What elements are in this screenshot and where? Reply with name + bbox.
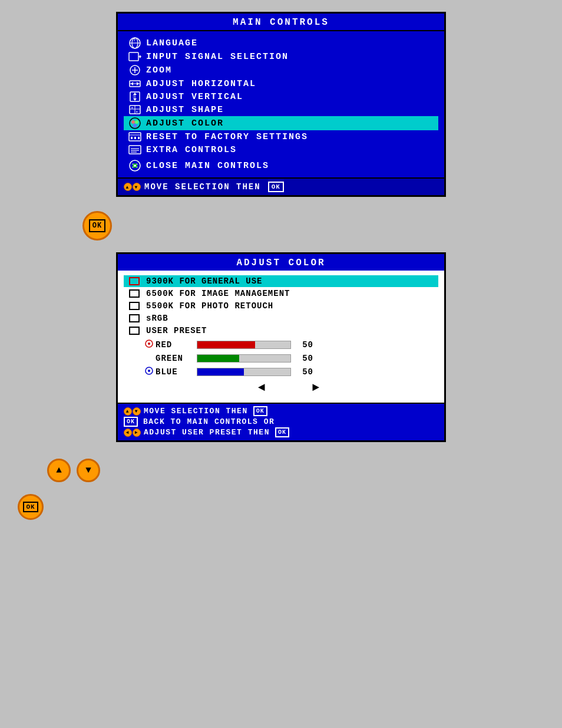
red-slider-row: RED 50 <box>145 340 432 350</box>
zoom-icon <box>126 64 144 76</box>
footer-ok-icon-3: OK <box>275 427 289 437</box>
footer-line-2: OK BACK TO MAIN CONTROLS OR <box>124 417 438 427</box>
svg-point-27 <box>133 124 137 127</box>
adjust-color-panel: ADJUST COLOR 9300K FOR GENERAL USE 6500K… <box>116 252 446 442</box>
right-circle-icon: ► <box>133 429 141 437</box>
color-icon-6500k <box>126 289 143 298</box>
svg-marker-13 <box>137 82 139 85</box>
blue-slider[interactable] <box>197 368 291 376</box>
adjust-color-title: ADJUST COLOR <box>118 254 444 271</box>
footer-nav-icons-2: ▲ ▼ <box>124 407 141 416</box>
color-menu-item-9300k[interactable]: 9300K FOR GENERAL USE <box>124 275 438 287</box>
input-signal-icon <box>126 51 144 62</box>
up-button-icon: ▲ <box>56 465 62 476</box>
svg-text:?: ? <box>133 38 137 42</box>
footer-nav-icons: ▲ ▼ <box>124 183 141 191</box>
footer-nav-icons-3: ◄ ► <box>124 429 141 437</box>
svg-text:●: ● <box>136 110 139 114</box>
green-slider[interactable] <box>197 354 291 363</box>
menu-item-language[interactable]: ? LANGUAGE <box>124 36 438 50</box>
color-icon-srgb <box>126 314 143 322</box>
sliders-section: RED 50 GREEN 50 <box>124 337 438 398</box>
adjust-color-icon <box>126 117 144 129</box>
main-controls-footer: ▲ ▼ MOVE SELECTION THEN OK <box>118 177 444 195</box>
menu-item-adjust-shape-label: ADJUST SHAPE <box>146 105 224 115</box>
up-button[interactable]: ▲ <box>47 459 71 482</box>
green-label: GREEN <box>145 354 192 363</box>
menu-item-adjust-horizontal[interactable]: ADJUST HORIZONTAL <box>124 77 438 90</box>
nav-buttons-row: ▲ ▼ <box>47 459 100 482</box>
color-menu-9300k-label: 9300K FOR GENERAL USE <box>146 276 262 286</box>
down-button-icon: ▼ <box>85 465 91 476</box>
svg-rect-4 <box>129 52 138 61</box>
menu-item-adjust-color[interactable]: ADJUST COLOR <box>124 116 438 130</box>
svg-point-42 <box>148 342 150 345</box>
green-slider-row: GREEN 50 <box>145 354 432 363</box>
color-icon-5500k <box>126 302 143 310</box>
menu-item-adjust-h-label: ADJUST HORIZONTAL <box>146 79 256 89</box>
red-slider[interactable] <box>197 341 291 349</box>
red-value: 50 <box>296 340 313 350</box>
down-triangle-icon-2: ▼ <box>133 407 141 416</box>
menu-item-close-label: CLOSE MAIN CONTROLS <box>146 161 269 171</box>
footer-text: MOVE SELECTION THEN <box>144 182 261 192</box>
menu-item-adjust-shape[interactable]: ● ● ADJUST SHAPE <box>124 103 438 116</box>
svg-point-25 <box>131 120 135 124</box>
svg-rect-31 <box>134 137 136 139</box>
menu-item-adjust-color-label: ADJUST COLOR <box>146 118 224 129</box>
adjust-horizontal-icon <box>126 78 144 89</box>
blue-slider-row: BLUE 50 <box>145 367 432 377</box>
slider-nav-arrows: ◄ ► <box>145 381 432 394</box>
menu-item-extra-controls-label: EXTRA CONTROLS <box>146 145 237 155</box>
menu-item-adjust-v-label: ADJUST VERTICAL <box>146 92 243 102</box>
red-circle-icon <box>145 340 153 350</box>
left-circle-icon: ◄ <box>124 429 132 437</box>
footer-line-3-text: ADJUST USER PRESET THEN <box>144 428 270 437</box>
extra-controls-icon <box>126 144 144 155</box>
svg-point-44 <box>148 370 150 372</box>
svg-rect-32 <box>138 137 140 139</box>
menu-item-input-label: INPUT SIGNAL SELECTION <box>146 52 289 62</box>
menu-item-reset-factory[interactable]: RESET TO FACTORY SETTINGS <box>124 130 438 143</box>
svg-text:↕: ↕ <box>132 94 136 99</box>
adjust-shape-icon: ● ● <box>126 104 144 115</box>
right-arrow-icon[interactable]: ► <box>312 381 319 394</box>
ok-button-1[interactable]: OK <box>82 211 112 241</box>
menu-item-adjust-vertical[interactable]: ↕ ADJUST VERTICAL <box>124 90 438 103</box>
svg-point-26 <box>135 120 138 124</box>
main-controls-panel: MAIN CONTROLS ? LANGUAGE IN <box>116 12 446 197</box>
menu-item-zoom[interactable]: ZOOM <box>124 63 438 77</box>
down-triangle-icon: ▼ <box>133 183 141 191</box>
color-menu-item-6500k[interactable]: 6500K FOR IMAGE MANAGEMENT <box>124 288 438 299</box>
blue-value: 50 <box>296 367 313 377</box>
menu-item-input-signal[interactable]: INPUT SIGNAL SELECTION <box>124 50 438 63</box>
menu-item-close[interactable]: CLOSE MAIN CONTROLS <box>124 159 438 173</box>
color-menu-user-preset-label: USER PRESET <box>146 326 207 335</box>
color-icon-user-preset <box>126 327 143 335</box>
reset-factory-icon <box>126 131 144 142</box>
blue-label-text: BLUE <box>156 367 178 377</box>
blue-circle-icon <box>145 367 153 377</box>
color-menu-5500k-label: 5500K FOR PHOTO RETOUCH <box>146 301 273 311</box>
color-menu-item-user-preset[interactable]: USER PRESET <box>124 325 438 337</box>
color-menu-item-srgb[interactable]: sRGB <box>124 312 438 324</box>
svg-text:●: ● <box>131 106 134 110</box>
footer-line-2-text: BACK TO MAIN CONTROLS OR <box>143 417 275 426</box>
language-icon: ? <box>126 37 144 49</box>
footer-line-1-text: MOVE SELECTION THEN <box>144 407 248 416</box>
back-ok-icon: OK <box>124 417 138 427</box>
color-menu-body: 9300K FOR GENERAL USE 6500K FOR IMAGE MA… <box>118 271 444 403</box>
footer-ok-icon-2: OK <box>253 406 267 416</box>
svg-marker-6 <box>140 55 141 58</box>
left-arrow-icon[interactable]: ◄ <box>258 381 265 394</box>
ok-button-2-label: OK <box>23 502 38 512</box>
menu-item-reset-factory-label: RESET TO FACTORY SETTINGS <box>146 132 308 142</box>
ok-button-2[interactable]: OK <box>18 494 44 520</box>
color-menu-item-5500k[interactable]: 5500K FOR PHOTO RETOUCH <box>124 300 438 312</box>
down-button[interactable]: ▼ <box>77 459 100 482</box>
menu-item-extra-controls[interactable]: EXTRA CONTROLS <box>124 143 438 156</box>
svg-rect-33 <box>129 146 141 154</box>
adjust-vertical-icon: ↕ <box>126 91 144 102</box>
up-triangle-icon-2: ▲ <box>124 407 132 416</box>
up-triangle-icon: ▲ <box>124 183 132 191</box>
